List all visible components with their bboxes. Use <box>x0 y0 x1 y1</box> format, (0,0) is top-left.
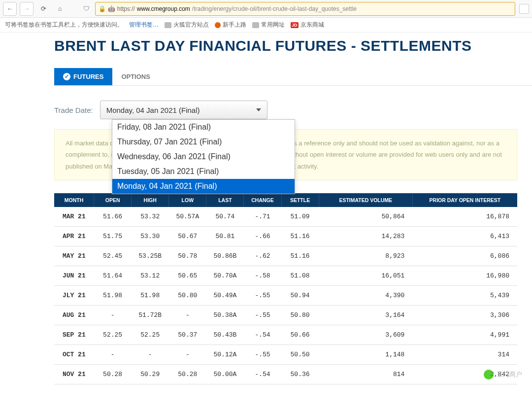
dropdown-option-selected[interactable]: Monday, 04 Jan 2021 (Final) <box>112 179 295 194</box>
cell-prior-oi: 16,980 <box>412 266 517 286</box>
col-settle: SETTLE <box>281 193 319 207</box>
col-high: HIGH <box>132 193 169 207</box>
cell-prior-oi: 6,413 <box>412 227 517 246</box>
cell-low: 50.80 <box>169 286 206 306</box>
cell-month: AUG 21 <box>54 306 94 325</box>
cell-prior-oi: 5,439 <box>412 286 517 306</box>
reader-button[interactable] <box>519 4 529 14</box>
table-row: APR 2151.7553.3050.6750.81-.6651.1614,28… <box>54 227 517 246</box>
table-row: OCT 21---50.12A-.5550.501,148314 <box>54 345 517 365</box>
col-low: LOW <box>169 193 206 207</box>
bookmark-item[interactable]: 火狐官方站点 <box>165 21 209 29</box>
col-est-vol: ESTIMATED VOLUME <box>319 193 412 207</box>
tab-options[interactable]: OPTIONS <box>112 68 159 85</box>
cell-change: -.58 <box>244 266 281 286</box>
cell-est-vol: 3,164 <box>319 306 412 325</box>
settlements-table: MONTH OPEN HIGH LOW LAST CHANGE SETTLE E… <box>54 193 517 384</box>
col-last: LAST <box>206 193 244 207</box>
cell-change: -.54 <box>244 325 281 345</box>
cell-open: 51.98 <box>94 286 132 306</box>
dropdown-option[interactable]: Friday, 08 Jan 2021 (Final) <box>112 120 295 135</box>
cell-open: - <box>94 345 132 365</box>
dropdown-option[interactable]: Tuesday, 05 Jan 2021 (Final) <box>112 164 295 179</box>
col-prior-oi: PRIOR DAY OPEN INTEREST <box>412 193 517 207</box>
home-button[interactable]: ⌂ <box>53 2 67 16</box>
url-domain: www.cmegroup.com <box>137 5 190 12</box>
trade-date-dropdown[interactable]: Monday, 04 Jan 2021 (Final) <box>100 101 267 119</box>
col-change: CHANGE <box>244 193 281 207</box>
cell-prior-oi: 3,306 <box>412 306 517 325</box>
cell-est-vol: 3,609 <box>319 325 412 345</box>
table-row: SEP 2152.2552.2550.3750.43B-.5450.663,60… <box>54 325 517 345</box>
cell-low: - <box>169 345 206 365</box>
cell-high: 51.98 <box>132 286 169 306</box>
bookmark-item[interactable]: 常用网址 <box>252 21 285 29</box>
cell-month: JUN 21 <box>54 266 94 286</box>
cell-open: 51.66 <box>94 207 132 227</box>
cell-high: 53.25B <box>132 246 169 266</box>
folder-icon <box>165 22 171 28</box>
url-bar[interactable]: 🔒 🤖 https://www.cmegroup.com/trading/ene… <box>95 2 515 16</box>
bookmark-item[interactable]: 新手上路 <box>215 21 246 29</box>
check-icon: ✓ <box>63 73 70 80</box>
cell-settle: 50.36 <box>281 365 319 384</box>
cell-high: 53.12 <box>132 266 169 286</box>
table-row: AUG 21-51.72B-50.38A-.5550.803,1643,306 <box>54 306 517 325</box>
cell-last: 50.86B <box>206 246 244 266</box>
cell-settle: 51.08 <box>281 266 319 286</box>
cell-month: MAY 21 <box>54 246 94 266</box>
cell-last: 50.81 <box>206 227 244 246</box>
trade-date-label: Trade Date: <box>54 106 93 114</box>
forward-button[interactable]: → <box>20 2 33 16</box>
cell-est-vol: 814 <box>319 365 412 384</box>
cell-high: 50.29 <box>132 365 169 384</box>
cell-settle: 50.50 <box>281 345 319 365</box>
cell-last: 50.70A <box>206 266 244 286</box>
bookmark-hint: 可将书签放在书签工具栏上，方便快速访问。 <box>5 21 123 29</box>
cell-est-vol: 16,051 <box>319 266 412 286</box>
col-open: OPEN <box>94 193 132 207</box>
back-button[interactable]: ← <box>3 2 17 16</box>
trade-date-options: Friday, 08 Jan 2021 (Final) Thursday, 07… <box>112 119 295 194</box>
cell-high: - <box>132 345 169 365</box>
dropdown-option[interactable]: Thursday, 07 Jan 2021 (Final) <box>112 135 295 149</box>
tab-futures[interactable]: ✓ FUTURES <box>54 68 112 85</box>
cell-settle: 51.16 <box>281 227 319 246</box>
wechat-icon <box>484 370 494 380</box>
cell-last: 50.43B <box>206 325 244 345</box>
watermark: 三门两户 <box>484 370 522 380</box>
cell-last: 50.74 <box>206 207 244 227</box>
lock-icon: 🔒 <box>99 5 106 12</box>
manage-bookmarks-link[interactable]: 管理书签… <box>129 21 159 29</box>
cell-open: 50.28 <box>94 365 132 384</box>
cell-open: - <box>94 306 132 325</box>
dropdown-option[interactable]: Wednesday, 06 Jan 2021 (Final) <box>112 149 295 164</box>
cell-open: 51.64 <box>94 266 132 286</box>
table-row: MAR 2151.6653.3250.57A50.74-.7151.0950,8… <box>54 207 517 227</box>
shield-icon[interactable]: 🛡 <box>81 5 92 12</box>
cell-low: - <box>169 306 206 325</box>
cell-high: 52.25 <box>132 325 169 345</box>
bookmark-item[interactable]: JD京东商城 <box>291 21 324 29</box>
chevron-down-icon <box>256 108 261 111</box>
cell-last: 50.12A <box>206 345 244 365</box>
cell-settle: 50.80 <box>281 306 319 325</box>
page-title: BRENT LAST DAY FINANCIAL FUTURES - SETTL… <box>54 37 532 54</box>
cell-prior-oi: 16,878 <box>412 207 517 227</box>
cell-low: 50.78 <box>169 246 206 266</box>
cell-est-vol: 50,864 <box>319 207 412 227</box>
cell-open: 52.25 <box>94 325 132 345</box>
jd-icon: JD <box>291 22 299 28</box>
url-prefix: https:// <box>117 5 135 12</box>
folder-icon <box>252 22 259 28</box>
cell-high: 53.30 <box>132 227 169 246</box>
cell-settle: 51.16 <box>281 246 319 266</box>
table-row: JLY 2151.9851.9850.8050.49A-.5550.944,39… <box>54 286 517 306</box>
product-tabs: ✓ FUTURES OPTIONS <box>54 68 532 86</box>
cell-high: 51.72B <box>132 306 169 325</box>
table-row: NOV 2150.2850.2950.2850.00A-.5450.368142… <box>54 365 517 384</box>
reload-button[interactable]: ⟳ <box>36 2 50 16</box>
cell-low: 50.67 <box>169 227 206 246</box>
cell-last: 50.49A <box>206 286 244 306</box>
dropdown-value: Monday, 04 Jan 2021 (Final) <box>106 106 200 114</box>
